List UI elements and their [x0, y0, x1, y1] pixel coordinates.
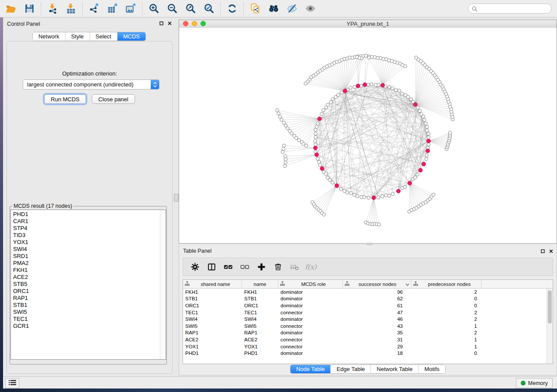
cell-predecessor-nodes: 1: [412, 344, 481, 349]
mcds-tab-content: Optimization criterion: largest connecte…: [7, 41, 173, 374]
zoom-out-icon[interactable]: [163, 2, 181, 16]
mcds-result-item[interactable]: STB5: [13, 281, 166, 288]
toolbar-separator: [220, 2, 221, 15]
network-canvas[interactable]: [179, 28, 557, 243]
cell-shared-name: YOX1: [183, 344, 242, 349]
table-mode-icon[interactable]: [187, 259, 203, 274]
list-menu-icon: [9, 379, 16, 387]
node-table-row[interactable]: YOX1YOX1connector291: [183, 343, 553, 350]
float-panel-icon[interactable]: [541, 249, 545, 253]
column-header-MCDS-role[interactable]: MCDS role: [278, 280, 343, 288]
tab-motifs[interactable]: Motifs: [418, 365, 445, 373]
mcds-result-item[interactable]: TID3: [13, 232, 166, 239]
mcds-result-item[interactable]: ORC1: [13, 288, 166, 295]
select-all-icon[interactable]: [220, 259, 236, 274]
cell-successor-nodes: 29: [343, 344, 412, 349]
mcds-result-item[interactable]: PHD1: [13, 211, 166, 218]
find-icon[interactable]: [264, 2, 283, 16]
table-tabs: Node TableEdge TableNetwork TableMotifs: [290, 364, 446, 374]
export-network-icon[interactable]: [85, 2, 103, 16]
mcds-result-title: MCDS result (17 nodes): [12, 203, 73, 209]
node-table-row[interactable]: ACE2ACE2connector311: [183, 336, 553, 343]
cell-shared-name: FKH1: [183, 289, 242, 295]
close-panel-icon[interactable]: [168, 21, 172, 25]
svg-text:f(x): f(x): [305, 263, 317, 271]
show-all-icon[interactable]: [301, 2, 319, 16]
node-table-row[interactable]: SWI5SWI5connector431: [183, 323, 553, 330]
tab-select[interactable]: Select: [90, 32, 117, 41]
node-table-row[interactable]: RAP1RAP1dominator352: [183, 330, 553, 337]
tab-mcds[interactable]: MCDS: [117, 32, 145, 41]
delete-column-icon[interactable]: [270, 259, 286, 274]
import-network-icon[interactable]: [43, 2, 62, 16]
node-table: shared namenameMCDS rolesuccessor nodesp…: [183, 279, 553, 364]
node-table-row[interactable]: FKH1FKH1dominator962: [183, 289, 553, 296]
table-scrollbar-thumb[interactable]: [548, 290, 552, 323]
mcds-result-item[interactable]: STP4: [13, 225, 166, 232]
float-panel-icon[interactable]: [159, 21, 163, 25]
zoom-in-icon[interactable]: [145, 2, 163, 16]
close-panel-icon[interactable]: [549, 249, 553, 253]
tab-node-table[interactable]: Node Table: [291, 365, 331, 373]
network-window-titlebar: YPA_prune.txt_1: [179, 20, 557, 28]
share-network-icon[interactable]: [246, 2, 264, 16]
tab-edge-table[interactable]: Edge Table: [330, 365, 370, 373]
deselect-all-icon[interactable]: [236, 259, 253, 274]
search-box: [468, 3, 552, 14]
horizontal-splitter-handle[interactable]: [366, 243, 373, 245]
mcds-result-item[interactable]: CAR1: [13, 218, 166, 225]
node-table-row[interactable]: TEC1TEC1connector472: [183, 309, 553, 316]
export-image-icon[interactable]: [121, 2, 140, 16]
result-list-scrollbar[interactable]: [160, 210, 166, 359]
add-column-icon[interactable]: [253, 259, 270, 274]
column-header-predecessor-nodes[interactable]: predecessor nodes: [412, 280, 481, 288]
export-table-icon[interactable]: [103, 2, 121, 16]
memory-button[interactable]: Memory: [516, 378, 553, 388]
tab-network-table[interactable]: Network Table: [370, 365, 418, 373]
column-header-successor-nodes[interactable]: successor nodes: [343, 280, 412, 288]
table-toolbar: f(x): [183, 258, 553, 276]
node-table-row[interactable]: ORC1ORC1dominator610: [183, 302, 553, 309]
tab-network[interactable]: Network: [33, 32, 65, 41]
mcds-result-item[interactable]: RAP1: [13, 295, 166, 302]
mcds-result-item[interactable]: FKH1: [13, 267, 166, 274]
table-panel-title: Table Panel: [179, 248, 211, 254]
cell-successor-nodes: 35: [343, 330, 412, 335]
mcds-result-item[interactable]: YOX1: [13, 239, 166, 246]
tab-style[interactable]: Style: [65, 32, 90, 41]
column-header-shared-name[interactable]: shared name: [183, 280, 242, 288]
close-panel-button[interactable]: Close panel: [92, 94, 135, 104]
apply-layout-icon[interactable]: [223, 2, 241, 16]
function-builder-icon: f(x): [303, 259, 319, 274]
cell-predecessor-nodes: 0: [412, 303, 481, 308]
open-file-icon[interactable]: [2, 2, 20, 16]
mcds-result-item[interactable]: ACE2: [13, 274, 166, 281]
save-session-icon[interactable]: [20, 2, 38, 16]
zoom-fit-icon[interactable]: [181, 2, 200, 16]
mcds-result-item[interactable]: STB1: [13, 302, 166, 309]
delete-table-icon: [286, 259, 303, 274]
show-columns-icon[interactable]: [203, 259, 220, 274]
mcds-result-item[interactable]: GCR1: [13, 323, 166, 330]
node-table-header: shared namenameMCDS rolesuccessor nodesp…: [183, 280, 553, 289]
column-header-name[interactable]: name: [242, 280, 278, 288]
mcds-result-item[interactable]: SWI5: [13, 309, 166, 316]
hide-selected-icon[interactable]: [283, 2, 301, 16]
mcds-result-item[interactable]: SRD1: [13, 253, 166, 260]
vertical-splitter-handle[interactable]: [174, 194, 179, 202]
node-table-row[interactable]: SWI4SWI4dominator462: [183, 316, 553, 323]
mcds-result-item[interactable]: SWI4: [13, 246, 166, 253]
column-header-label: name: [244, 282, 276, 287]
zoom-selected-icon[interactable]: [200, 2, 218, 16]
node-table-row[interactable]: PHD1PHD1dominator180: [183, 350, 553, 357]
mcds-result-item[interactable]: PMA2: [13, 260, 166, 267]
criterion-select[interactable]: largest connected component (undirected): [23, 79, 159, 89]
node-table-row[interactable]: STB1STB1dominator620: [183, 296, 553, 303]
table-scrollbar[interactable]: [547, 289, 553, 364]
mcds-result-item[interactable]: TEC1: [13, 316, 166, 323]
panel-menu-button[interactable]: [5, 378, 19, 388]
search-input[interactable]: [468, 3, 552, 14]
import-table-icon[interactable]: [62, 2, 80, 16]
run-mcds-button[interactable]: Run MCDS: [44, 94, 86, 104]
cell-predecessor-nodes: 2: [412, 330, 481, 335]
